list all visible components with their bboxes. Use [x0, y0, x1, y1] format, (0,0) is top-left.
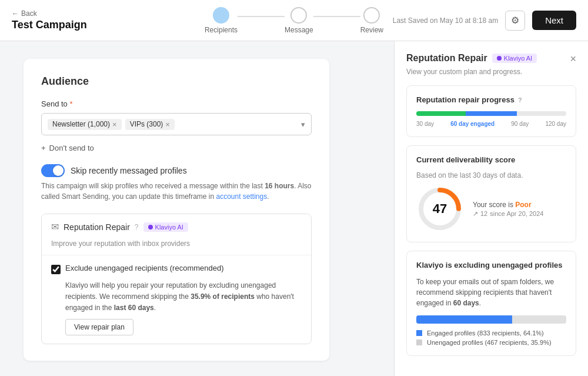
legend-dot-unengaged — [416, 340, 422, 345]
score-since-num: 12 — [480, 210, 487, 217]
exclude-desc-end: . — [154, 304, 156, 312]
progress-card: Reputation repair progress ? 30 day 60 d… — [406, 85, 576, 137]
plus-icon: + — [41, 144, 46, 152]
toggle-label: Skip recently messaged profiles — [71, 166, 187, 175]
skip-recently-toggle[interactable] — [41, 164, 65, 177]
back-arrow-icon: ← — [12, 9, 19, 18]
progress-green-bar — [416, 111, 466, 116]
bar-legend: Engaged profiles (833 recipients, 64.1%)… — [416, 330, 566, 346]
deliverability-card: Current deliverability score Based on th… — [406, 145, 576, 242]
legend-unengaged-label: Unengaged profiles (467 recipients, 35.9… — [427, 339, 552, 346]
deliverability-title: Current deliverability score — [416, 155, 566, 164]
close-panel-button[interactable]: × — [570, 53, 576, 65]
step-circle-message — [290, 7, 307, 24]
dont-send-label: Don't send to — [49, 144, 94, 152]
exclude-description: Klaviyo will help you repair your reputa… — [65, 280, 302, 314]
content-area: Audience Send to * Newsletter (1,000) × … — [0, 41, 394, 376]
step-message[interactable]: Message — [285, 7, 313, 34]
toggle-row: Skip recently messaged profiles — [41, 164, 312, 177]
panel-klaviyo-badge: Klaviyo AI — [492, 54, 537, 63]
panel-subtitle: View your custom plan and progress. — [406, 68, 576, 76]
step-label-recipients: Recipients — [205, 26, 238, 34]
exclude-days: last 60 days — [114, 304, 154, 312]
score-info: Your score is Poor ↗ 12 since Apr 20, 20… — [473, 201, 566, 218]
toggle-description: This campaign will skip profiles who rec… — [41, 181, 312, 202]
account-settings-link[interactable]: account settings — [216, 192, 268, 201]
panel-badge-label: Klaviyo AI — [504, 55, 532, 62]
label-90day: 90 day — [511, 121, 529, 127]
exclude-percent: 35.9% of recipients — [191, 292, 255, 301]
progress-track — [416, 111, 566, 116]
progress-title-text: Reputation repair progress — [416, 95, 514, 104]
back-label: Back — [21, 9, 37, 18]
header-left: ← Back Test Campaign — [12, 9, 106, 31]
step-line-2 — [313, 16, 360, 17]
app-header: ← Back Test Campaign Recipients Message … — [0, 0, 588, 41]
excluding-card: Klaviyo is excluding unengaged profiles … — [406, 251, 576, 356]
main-layout: Audience Send to * Newsletter (1,000) × … — [0, 41, 588, 376]
excluding-title: Klaviyo is excluding unengaged profiles — [416, 261, 566, 269]
klaviyo-ai-label: Klaviyo AI — [155, 224, 183, 231]
audience-card: Audience Send to * Newsletter (1,000) × … — [24, 59, 329, 361]
tag-newsletter-label: Newsletter (1,000) — [52, 120, 110, 128]
tag-vips-label: VIPs (300) — [130, 120, 163, 128]
engaged-bar-fill — [416, 315, 512, 324]
score-since-date: since Apr 20, 2024 — [490, 210, 543, 217]
legend-engaged-label: Engaged profiles (833 recipients, 64.1%) — [427, 330, 544, 337]
step-recipients[interactable]: Recipients — [205, 7, 238, 34]
progress-blue-bar — [466, 111, 517, 116]
reputation-repair-box: ✉ Reputation Repair ? Klaviyo AI Improve… — [41, 214, 312, 344]
reputation-header: ✉ Reputation Repair ? Klaviyo AI — [42, 214, 311, 239]
legend-unengaged: Unengaged profiles (467 recipients, 35.9… — [416, 339, 566, 346]
reputation-subtitle: Improve your reputation with inbox provi… — [42, 239, 311, 255]
required-star: * — [69, 99, 72, 108]
toggle-desc-pre: This campaign will skip profiles who rec… — [41, 182, 265, 190]
deliverability-subtitle: Based on the last 30 days of data. — [416, 171, 566, 179]
progress-question-icon[interactable]: ? — [518, 97, 522, 104]
label-60day: 60 day engaged — [450, 121, 495, 127]
exclude-checkbox[interactable] — [51, 265, 61, 274]
step-label-review: Review — [360, 26, 383, 34]
view-repair-button[interactable]: View repair plan — [65, 319, 133, 335]
excluding-days: 60 days — [453, 299, 479, 307]
tag-newsletter-remove[interactable]: × — [112, 120, 117, 129]
recipients-selector[interactable]: Newsletter (1,000) × VIPs (300) × ▾ — [41, 113, 312, 135]
score-is-label: Your score is Poor — [473, 201, 566, 209]
right-panel: Reputation Repair Klaviyo AI × View your… — [394, 41, 588, 376]
panel-title: Reputation Repair — [406, 53, 487, 64]
reputation-title: Reputation Repair — [64, 222, 130, 232]
tag-newsletter: Newsletter (1,000) × — [48, 119, 122, 130]
reputation-klaviyo-badge: Klaviyo AI — [143, 222, 188, 232]
score-since-arrow: ↗ — [473, 210, 478, 218]
exclude-label: Exclude unengaged recipients (recommende… — [65, 264, 224, 272]
klaviyo-ai-dot — [148, 225, 153, 229]
exclude-checkbox-row: Exclude unengaged recipients (recommende… — [51, 264, 302, 274]
settings-button[interactable]: ⚙ — [505, 11, 525, 31]
steps-nav: Recipients Message Review — [205, 7, 383, 34]
step-circle-review — [363, 7, 380, 24]
toggle-knob — [53, 165, 64, 176]
step-review[interactable]: Review — [360, 7, 383, 34]
gauge-container: 47 — [416, 185, 463, 232]
progress-card-title: Reputation repair progress ? — [416, 95, 566, 104]
score-number: 47 — [433, 201, 447, 217]
progress-labels: 30 day 60 day engaged 90 day 120 day — [416, 121, 566, 127]
label-120day: 120 day — [545, 121, 566, 127]
panel-badge-dot — [497, 56, 502, 61]
next-button[interactable]: Next — [532, 11, 576, 30]
audience-title: Audience — [41, 75, 312, 88]
back-link[interactable]: ← Back — [12, 9, 106, 18]
question-icon[interactable]: ? — [135, 223, 139, 231]
send-to-label: Send to * — [41, 99, 312, 108]
header-right: Last Saved on May 10 at 8:18 am ⚙ Next — [393, 11, 576, 31]
step-label-message: Message — [285, 26, 313, 34]
score-label-text: Your score is — [473, 201, 515, 209]
panel-header: Reputation Repair Klaviyo AI × — [406, 53, 576, 65]
tag-vips: VIPs (300) × — [125, 119, 175, 130]
tag-vips-remove[interactable]: × — [165, 120, 170, 129]
mail-icon: ✉ — [51, 221, 59, 232]
exclude-section: Exclude unengaged recipients (recommende… — [42, 255, 311, 344]
dont-send-button[interactable]: + Don't send to — [41, 144, 94, 152]
step-line-1 — [238, 16, 285, 17]
score-rating: Poor — [515, 201, 531, 209]
